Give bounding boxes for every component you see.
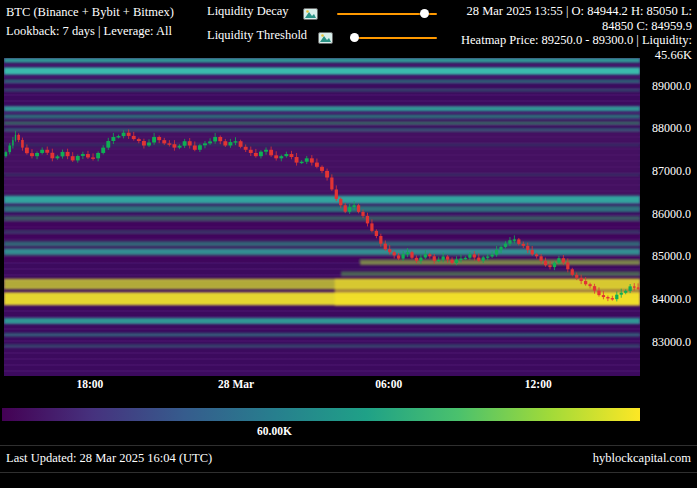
candle [198, 145, 202, 149]
candle [410, 252, 413, 258]
liquidity-decay-label: Liquidity Decay [207, 4, 289, 19]
heatmap-price-info: Heatmap Price: 89250.0 - 89300.0 | Liqui… [461, 33, 692, 48]
candle [234, 141, 238, 142]
liquidity-band [4, 114, 640, 118]
candle [450, 260, 453, 263]
price-axis-label: 87000.0 [652, 164, 691, 178]
liquidity-threshold-label: Liquidity Threshold [207, 28, 307, 43]
candle [249, 150, 253, 153]
liquidity-band [4, 344, 640, 348]
liquidity-band [4, 230, 640, 233]
candle [228, 142, 232, 145]
candle [491, 255, 494, 257]
candle [152, 137, 156, 143]
candle [611, 298, 614, 299]
candle [620, 293, 623, 295]
candle [132, 136, 136, 139]
candle [339, 199, 342, 205]
candle [300, 162, 304, 163]
liquidity-threshold-slider-handle[interactable] [350, 33, 359, 42]
liquidity-band [4, 173, 640, 176]
candle [553, 263, 556, 267]
ohlc-info-line1: 28 Mar 2025 13:55 | O: 84944.2 H: 85050 … [461, 4, 692, 19]
liquidity-decay-slider-handle[interactable] [420, 9, 429, 18]
candle [437, 260, 440, 261]
candle [352, 205, 355, 207]
candle [315, 163, 319, 167]
candle [344, 205, 347, 211]
price-axis-label: 83000.0 [652, 335, 691, 349]
candle [157, 137, 161, 140]
candle [468, 254, 471, 257]
candle [602, 295, 605, 297]
candle [633, 286, 636, 287]
liquidity-band [4, 318, 640, 324]
liquidity-band [4, 79, 640, 83]
candle [183, 141, 187, 145]
liquidity-band [4, 216, 640, 221]
candle [499, 247, 502, 250]
candle [25, 148, 29, 154]
candle [504, 244, 507, 247]
price-axis-label: 86000.0 [652, 207, 691, 221]
candle [142, 141, 146, 145]
candle [188, 141, 192, 145]
candle [244, 147, 248, 150]
candle [203, 143, 207, 145]
time-axis: 18:0028 Mar06:0012:00 [4, 378, 640, 394]
liquidity-band [4, 249, 640, 255]
liquidity-band [4, 67, 640, 74]
candle [375, 231, 378, 236]
candle [295, 157, 299, 163]
candle [548, 265, 551, 267]
candle [522, 244, 525, 246]
liquidity-band [4, 128, 640, 131]
liquidity-band [4, 89, 640, 92]
candle [21, 140, 24, 148]
candle [566, 262, 569, 269]
colorbar-label-row: 60.00K [2, 425, 640, 439]
candle [531, 250, 534, 254]
liquidity-band [4, 58, 640, 63]
candle [459, 259, 462, 260]
candle [45, 150, 49, 153]
symbol-title: BTC (Binance + Bybit + Bitmex) [6, 5, 174, 20]
liquidity-threshold-slider[interactable] [350, 37, 437, 39]
candle [629, 286, 632, 290]
candle [193, 146, 197, 150]
price-axis-label: 84000.0 [652, 292, 691, 306]
lookback-leverage-label: Lookback: 7 days | Leverage: All [6, 24, 172, 39]
candle [12, 140, 13, 145]
candle [81, 154, 85, 156]
liquidity-band [4, 106, 640, 111]
liquidity-decay-preview-icon[interactable] [303, 6, 318, 18]
candle [557, 258, 560, 262]
colorbar-scale-label: 60.00K [257, 425, 292, 437]
candle [61, 152, 65, 156]
candle [615, 295, 618, 299]
candle [330, 178, 333, 190]
candle [35, 153, 39, 156]
liquidation-heatmap-chart[interactable] [4, 58, 640, 376]
candle [606, 297, 609, 298]
candle [464, 258, 467, 259]
candle [624, 291, 627, 293]
candle [366, 216, 369, 223]
watermark-label: hyblockcapital.com [593, 451, 691, 466]
candle [428, 254, 431, 256]
time-axis-label: 28 Mar [218, 378, 254, 390]
time-axis-label: 06:00 [375, 378, 402, 390]
candle [254, 153, 258, 156]
price-axis-label: 85000.0 [652, 249, 691, 263]
candle [513, 239, 516, 240]
liquidity-threshold-preview-icon[interactable] [318, 30, 333, 42]
candle [517, 239, 520, 243]
candle [50, 153, 54, 159]
time-axis-label: 12:00 [525, 378, 552, 390]
candle [419, 258, 422, 261]
liquidity-decay-slider[interactable] [337, 13, 437, 15]
candle [122, 133, 126, 136]
footer-bar: Last Updated: 28 Mar 2025 16:04 (UTC) hy… [0, 445, 697, 473]
candle [348, 207, 351, 211]
candle [55, 156, 59, 158]
